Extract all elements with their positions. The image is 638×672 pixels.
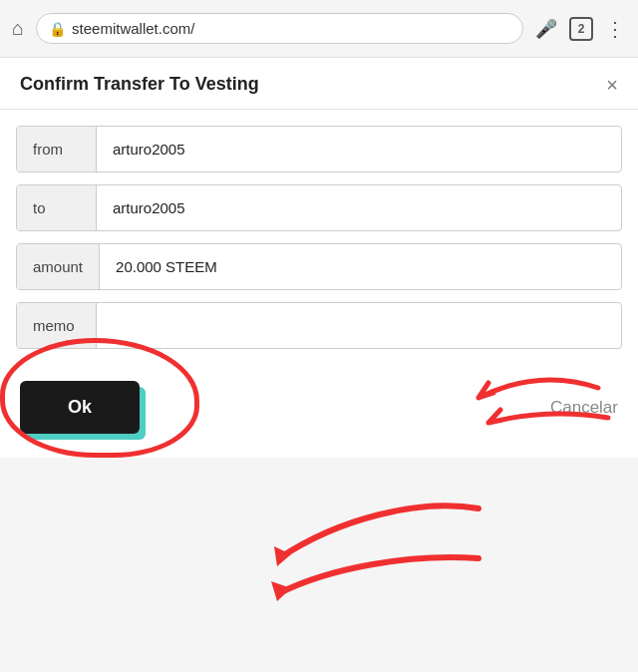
microphone-icon[interactable]: 🎤 — [535, 18, 557, 40]
ok-button[interactable]: Ok — [20, 381, 140, 434]
dialog-body: from arturo2005 to arturo2005 amount 20.… — [0, 110, 638, 349]
dialog: Confirm Transfer To Vesting × from artur… — [0, 58, 638, 458]
close-button[interactable]: × — [606, 75, 618, 95]
from-row: from arturo2005 — [16, 126, 622, 172]
dialog-header: Confirm Transfer To Vesting × — [0, 58, 638, 110]
amount-value: 20.000 STEEM — [100, 244, 621, 289]
memo-label: memo — [17, 303, 97, 348]
to-value: arturo2005 — [97, 185, 621, 230]
tab-count-badge[interactable]: 2 — [569, 17, 593, 41]
to-label: to — [17, 185, 97, 230]
memo-row: memo — [16, 302, 622, 349]
address-text: steemitwallet.com/ — [72, 20, 194, 37]
from-value: arturo2005 — [97, 127, 621, 171]
lock-icon: 🔒 — [49, 21, 66, 37]
ok-button-wrapper: Ok — [20, 381, 140, 434]
svg-marker-0 — [274, 546, 291, 566]
address-bar[interactable]: 🔒 steemitwallet.com/ — [36, 13, 523, 44]
to-row: to arturo2005 — [16, 184, 622, 231]
home-icon[interactable]: ⌂ — [12, 17, 24, 40]
from-label: from — [17, 127, 97, 171]
arrow-overlay — [100, 479, 518, 638]
memo-value — [97, 303, 621, 348]
cancel-button[interactable]: Cancelar — [550, 398, 618, 418]
more-options-icon[interactable]: ⋮ — [605, 17, 626, 41]
amount-label: amount — [17, 244, 100, 289]
amount-row: amount 20.000 STEEM — [16, 243, 622, 290]
dialog-title: Confirm Transfer To Vesting — [20, 74, 259, 95]
browser-chrome: ⌂ 🔒 steemitwallet.com/ 🎤 2 ⋮ — [0, 0, 638, 58]
svg-marker-1 — [271, 581, 291, 601]
dialog-footer: Ok Cancelar — [0, 361, 638, 458]
